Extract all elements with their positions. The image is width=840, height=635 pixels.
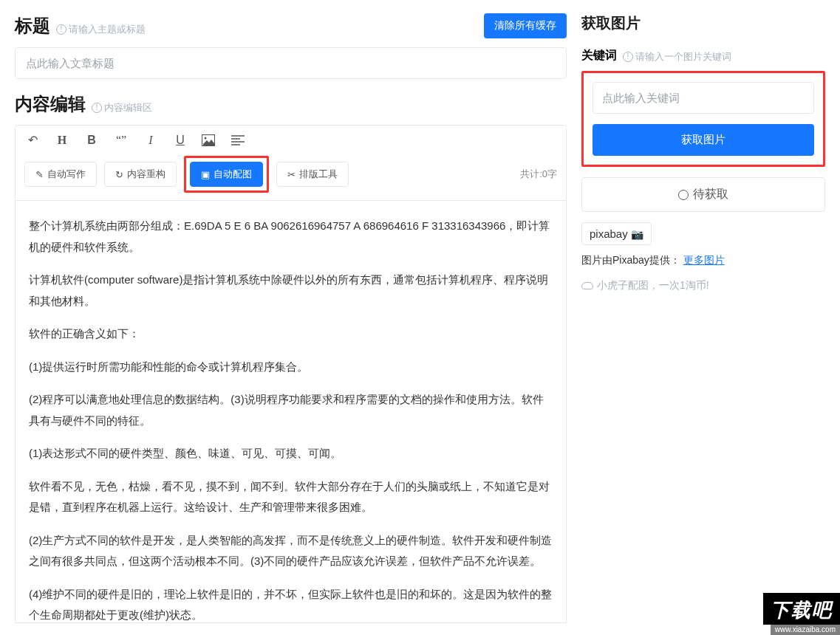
clear-cache-button[interactable]: 清除所有缓存 [484,13,567,38]
highlight-auto-image: ▣ 自动配图 [184,156,269,193]
watermark-url: www.xiazaiba.com [771,624,840,635]
info-icon: ! [92,103,102,113]
info-icon: ! [56,24,66,35]
pixabay-badge: pixabay 📷 [581,222,652,245]
paragraph: 计算机软件(computer software)是指计算机系统中除硬件以外的所有… [29,270,553,312]
keyword-hint: ! 请输入一个图片关键词 [623,50,731,64]
svg-point-1 [205,137,207,139]
restructure-button[interactable]: ↻ 内容重构 [104,162,177,187]
paragraph: (1)提供运行时所需功能和性能的命令或计算机程序集合。 [29,357,553,378]
watermark: 下载吧 [763,593,840,625]
keyword-label: 关键词 [581,48,617,64]
camera-icon: 📷 [631,228,643,240]
editor-content[interactable]: 整个计算机系统由两部分组成：E.69DA 5 E 6 BA 9062616964… [15,201,567,623]
pencil-icon: ✎ [35,169,44,180]
undo-icon[interactable]: ↶ [24,133,41,147]
content-hint: ! 内容编辑区 [92,101,152,114]
paragraph: 软件看不见，无色，枯燥，看不见，摸不到，闻不到。软件大部分存在于人们的头脑或纸上… [29,476,553,518]
paragraph: (2)生产方式不同的软件是开发，是人类智能的高发挥，而不是传统意义上的硬件制造。… [29,530,553,572]
image-fetch-panel: 获取图片 [581,71,825,167]
auto-write-button[interactable]: ✎ 自动写作 [24,162,97,187]
article-title-input[interactable] [15,47,567,79]
align-icon[interactable] [231,135,247,145]
paragraph: 整个计算机系统由两部分组成：E.69DA 5 E 6 BA 9062616964… [29,216,553,258]
editor-toolbar: ↶ H B “” I U ✎ 自动写作 ↻ 内容重构 ▣ [15,125,567,201]
title-hint: ! 请输入主题或标题 [56,23,146,36]
image-source-line: 图片由Pixabay提供： 更多图片 [581,254,825,267]
content-label: 内容编辑 [15,92,86,116]
paragraph: (1)表达形式不同的硬件类型、颜色、味道、可见、可摸、可闻。 [29,443,553,464]
fetch-image-button[interactable]: 获取图片 [593,124,814,156]
paragraph: 软件的正确含义如下： [29,323,553,345]
bold-icon[interactable]: B [83,134,100,147]
image-icon[interactable] [202,134,218,146]
paragraph: (4)维护不同的硬件是旧的，理论上软件是旧的，并不坏，但实际上软件也是旧的和坏的… [29,584,553,624]
paragraph: (2)程序可以满意地处理信息的数据结构。(3)说明程序功能要求和程序需要的文档的… [29,389,553,431]
cloud-icon [581,282,593,289]
circle-icon [678,190,689,200]
underline-icon[interactable]: U [172,134,188,147]
title-section-header: 标题 ! 请输入主题或标题 清除所有缓存 [15,13,567,38]
heading-icon[interactable]: H [54,134,70,147]
image-small-icon: ▣ [201,169,210,180]
pending-status: 待获取 [581,177,825,212]
refresh-icon: ↻ [115,169,123,180]
italic-icon[interactable]: I [143,134,159,147]
layout-tool-button[interactable]: ✂ 排版工具 [276,162,349,187]
keyword-input[interactable] [593,82,814,114]
info-icon: ! [623,52,633,62]
more-images-link[interactable]: 更多图片 [683,254,725,266]
word-count: 共计:0字 [520,168,557,181]
footer-note: 小虎子配图，一次1淘币! [581,279,825,292]
auto-image-button[interactable]: ▣ 自动配图 [190,162,263,187]
image-panel-title: 获取图片 [581,15,641,31]
tools-icon: ✂ [287,169,296,180]
title-label: 标题 [15,14,50,38]
quote-icon[interactable]: “” [113,134,129,147]
